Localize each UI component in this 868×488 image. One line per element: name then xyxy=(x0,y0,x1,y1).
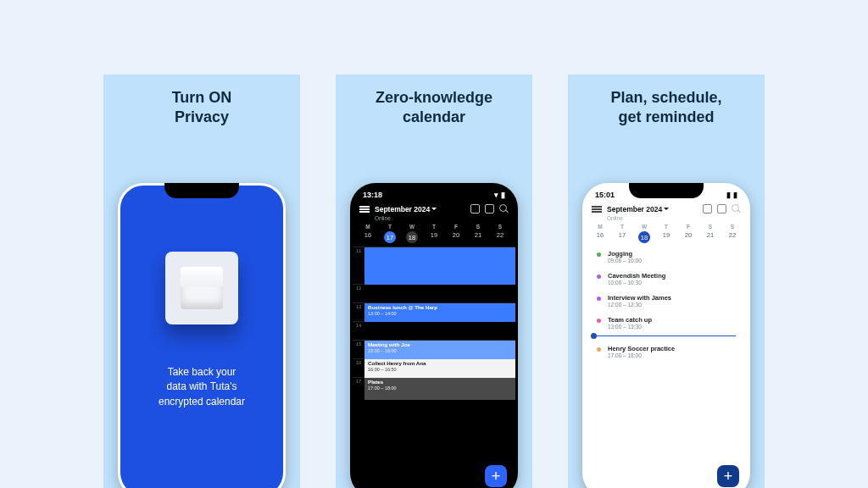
calendar-event[interactable]: Plates17:00 – 18:00 xyxy=(364,378,515,400)
day-col[interactable]: T19 xyxy=(656,224,676,243)
wifi-icon: ▾ xyxy=(494,191,498,199)
search-icon[interactable] xyxy=(499,204,509,214)
agenda-item[interactable]: Jogging09:00 – 10:00 xyxy=(597,250,736,263)
title-line2: calendar xyxy=(342,108,526,127)
notch xyxy=(629,183,704,198)
phone-mockup: 15:01 ▮ ▮ September 2024 xyxy=(582,183,750,488)
card-title: Zero-knowledge calendar xyxy=(336,75,532,126)
promo-card-agenda: Plan, schedule, get reminded 15:01 ▮ ▮ xyxy=(568,75,765,488)
phone-screen: Take back your data with Tuta's encrypte… xyxy=(120,186,283,488)
notch xyxy=(397,183,471,198)
calendar-header: September 2024 xyxy=(585,199,748,215)
week-day-row: M16T17W18T19F20S21S22 xyxy=(585,224,748,243)
status-icons: ▾ ▮ xyxy=(494,191,505,199)
month-picker[interactable]: September 2024 xyxy=(375,205,437,214)
add-event-button[interactable]: + xyxy=(717,465,739,487)
calendar-event[interactable] xyxy=(364,247,515,285)
calendar-event[interactable]: Collect Henry from Ana16:00 – 16:50 xyxy=(364,359,515,378)
view-icon[interactable] xyxy=(717,204,726,214)
day-col[interactable]: T17 xyxy=(612,224,632,243)
title-line2: Privacy xyxy=(110,108,293,127)
calendar-event[interactable]: Meeting with Joe15:00 – 16:00 xyxy=(364,341,515,359)
phone-screen-light: 15:01 ▮ ▮ September 2024 xyxy=(585,186,748,488)
title-line2: get reminded xyxy=(575,108,758,127)
agenda-list[interactable]: Jogging09:00 – 10:00Cavendish Meeting10:… xyxy=(585,250,748,358)
day-col[interactable]: F20 xyxy=(446,224,466,243)
status-icons: ▮ ▮ xyxy=(726,191,737,199)
day-col[interactable]: T19 xyxy=(424,224,444,243)
promo-card-privacy: Turn ON Privacy Take back your data with… xyxy=(103,75,300,488)
battery-icon: ▮ xyxy=(733,191,737,199)
today-icon[interactable] xyxy=(470,204,480,214)
day-col[interactable]: S22 xyxy=(490,224,510,243)
search-icon[interactable] xyxy=(732,204,741,214)
menu-icon[interactable] xyxy=(359,206,370,213)
calendar-header: September 2024 xyxy=(353,199,515,215)
phone-mockup: Take back your data with Tuta's encrypte… xyxy=(118,183,286,488)
agenda-item[interactable]: Team catch up13:00 – 13:30 xyxy=(597,316,736,330)
tagline: Take back your data with Tuta's encrypte… xyxy=(138,365,265,409)
view-icon[interactable] xyxy=(485,204,494,214)
today-icon[interactable] xyxy=(703,204,712,214)
card-title: Plan, schedule, get reminded xyxy=(568,75,765,126)
day-timeline[interactable]: 111213Business lunch @ The Harp13:00 – 1… xyxy=(353,247,515,399)
agenda-item[interactable]: Cavendish Meeting10:00 – 10:30 xyxy=(597,272,736,286)
signal-icon: ▮ xyxy=(726,191,731,199)
promo-card-calendar: Zero-knowledge calendar 13:18 ▾ ▮ Sep xyxy=(336,75,532,488)
battery-icon: ▮ xyxy=(501,191,505,199)
phone-mockup: 13:18 ▾ ▮ September 2024 xyxy=(350,183,518,488)
notch xyxy=(164,183,239,198)
title-line1: Turn ON xyxy=(110,88,293,108)
title-line1: Plan, schedule, xyxy=(575,88,758,108)
online-status: Online xyxy=(585,215,748,224)
promo-row: Turn ON Privacy Take back your data with… xyxy=(0,0,868,488)
day-col[interactable]: F20 xyxy=(678,224,698,243)
title-line1: Zero-knowledge xyxy=(342,88,526,108)
clock: 13:18 xyxy=(363,191,382,199)
day-col[interactable]: T17 xyxy=(380,224,400,243)
agenda-item[interactable]: Interview with James12:00 – 12:30 xyxy=(597,294,736,308)
day-col[interactable]: W18 xyxy=(634,224,654,243)
day-col[interactable]: S21 xyxy=(468,224,488,243)
month-picker[interactable]: September 2024 xyxy=(607,205,669,214)
calendar-event[interactable]: Business lunch @ The Harp13:00 – 14:00 xyxy=(364,303,515,322)
phone-screen-dark: 13:18 ▾ ▮ September 2024 xyxy=(353,186,515,488)
online-status: Online xyxy=(353,215,515,224)
day-col[interactable]: S21 xyxy=(700,224,721,243)
day-col[interactable]: M16 xyxy=(590,224,610,243)
light-switch-graphic xyxy=(165,252,238,324)
day-col[interactable]: S22 xyxy=(722,224,743,243)
day-col[interactable]: W18 xyxy=(402,224,422,243)
day-col[interactable]: M16 xyxy=(358,224,378,243)
clock: 15:01 xyxy=(595,191,615,199)
agenda-item[interactable]: Henry Soccer practice17:00 – 18:00 xyxy=(597,345,736,358)
now-indicator xyxy=(593,336,736,336)
menu-icon[interactable] xyxy=(592,206,602,213)
week-day-row: M16T17W18T19F20S21S22 xyxy=(353,224,515,243)
add-event-button[interactable]: + xyxy=(485,465,507,487)
card-title: Turn ON Privacy xyxy=(103,75,300,126)
